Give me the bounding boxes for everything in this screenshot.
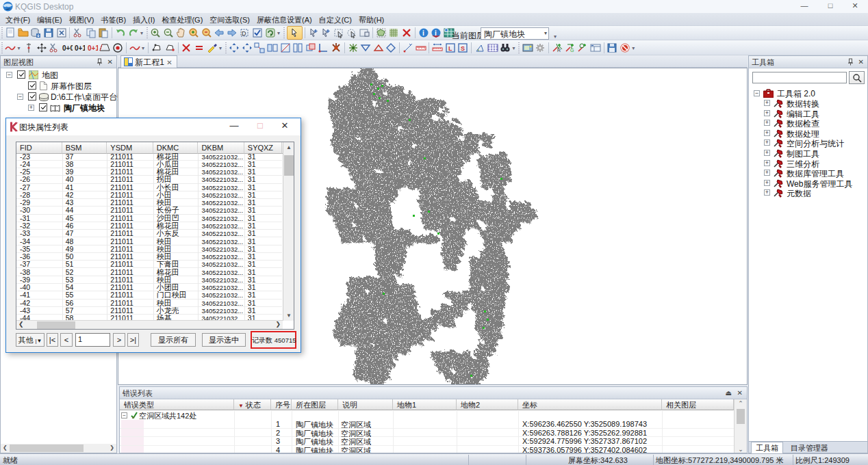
svg-text:0+1: 0+1 xyxy=(88,44,98,52)
svg-text:G: G xyxy=(570,48,574,53)
svg-text:i: i xyxy=(422,29,424,37)
svg-text:S: S xyxy=(461,45,465,52)
svg-text:R: R xyxy=(557,48,561,53)
svg-text:0+0: 0+0 xyxy=(62,44,73,52)
svg-text:L: L xyxy=(448,45,452,52)
svg-text:0+1: 0+1 xyxy=(75,44,85,52)
svg-text:D: D xyxy=(242,30,246,37)
